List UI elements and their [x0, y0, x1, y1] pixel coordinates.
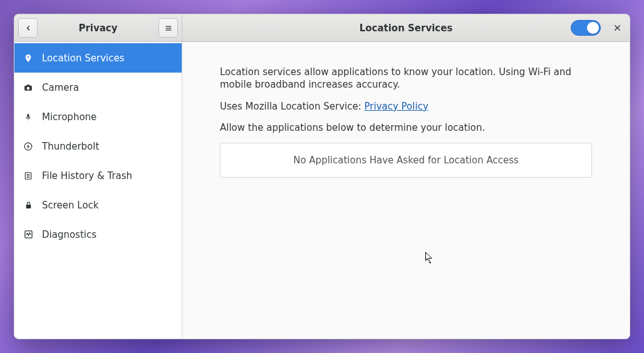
sidebar-item-screen-lock[interactable]: Screen Lock	[14, 190, 182, 220]
close-icon	[613, 24, 621, 32]
hamburger-icon	[164, 24, 173, 32]
applications-list: No Applications Have Asked for Location …	[220, 143, 592, 178]
header-right-controls	[571, 20, 625, 36]
sidebar-item-camera[interactable]: Camera	[14, 73, 182, 102]
sidebar-item-file-history-trash[interactable]: File History & Trash	[14, 161, 182, 190]
headerbar-right: Location Services	[182, 14, 630, 41]
camera-icon	[23, 83, 33, 93]
sidebar-item-label: Diagnostics	[42, 229, 96, 240]
sidebar-item-label: File History & Trash	[42, 170, 132, 182]
settings-window: Privacy Location Services L	[14, 14, 630, 339]
location-description: Location services allow applications to …	[220, 66, 592, 91]
header-left-title: Privacy	[38, 23, 158, 34]
sidebar-item-label: Microphone	[42, 111, 96, 123]
location-icon	[23, 53, 33, 63]
mozilla-location-text: Uses Mozilla Location Service:	[220, 101, 365, 112]
lock-icon	[23, 200, 33, 210]
sidebar-item-thunderbolt[interactable]: Thunderbolt	[14, 131, 182, 161]
filehistory-icon	[23, 171, 33, 181]
sidebar-item-label: Camera	[42, 82, 79, 93]
allow-apps-text: Allow the applications below to determin…	[220, 121, 592, 134]
toggle-thumb	[587, 22, 599, 34]
mozilla-location-line: Uses Mozilla Location Service: Privacy P…	[220, 100, 592, 113]
window-body: Location Services Camera Microphone Thun…	[14, 42, 630, 339]
privacy-policy-link[interactable]: Privacy Policy	[365, 101, 428, 112]
sidebar-item-label: Screen Lock	[42, 200, 99, 211]
location-services-toggle[interactable]	[571, 20, 601, 36]
empty-applications-label: No Applications Have Asked for Location …	[293, 155, 519, 166]
sidebar-item-location-services[interactable]: Location Services	[14, 43, 182, 73]
back-button[interactable]	[18, 18, 38, 38]
headerbar-left: Privacy	[14, 14, 182, 41]
microphone-icon	[23, 112, 33, 122]
headerbar: Privacy Location Services	[14, 14, 630, 42]
sidebar-item-diagnostics[interactable]: Diagnostics	[14, 220, 182, 249]
content-area: Location services allow applications to …	[182, 42, 630, 339]
diagnostics-icon	[23, 230, 33, 240]
sidebar: Location Services Camera Microphone Thun…	[14, 42, 182, 339]
sidebar-item-label: Location Services	[42, 53, 124, 64]
header-right-title: Location Services	[182, 23, 630, 34]
chevron-left-icon	[24, 24, 32, 32]
sidebar-item-microphone[interactable]: Microphone	[14, 102, 182, 131]
close-button[interactable]	[610, 21, 625, 36]
menu-button[interactable]	[158, 18, 178, 38]
sidebar-item-label: Thunderbolt	[42, 141, 99, 152]
thunderbolt-icon	[23, 141, 33, 151]
